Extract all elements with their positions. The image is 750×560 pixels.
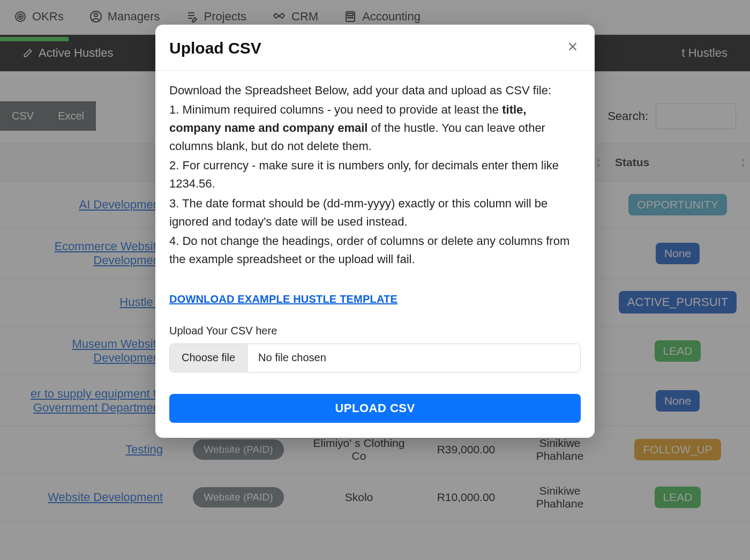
modal-title: Upload CSV [169,39,261,57]
instruction-2: 2. For currency - make sure it is number… [169,156,581,193]
modal-body: Download the Spreadsheet Below, add your… [155,71,595,375]
close-icon[interactable] [565,38,581,58]
download-template-link[interactable]: DOWNLOAD EXAMPLE HUSTLE TEMPLATE [169,291,581,308]
upload-csv-modal: Upload CSV Download the Spreadsheet Belo… [155,25,595,438]
modal-header: Upload CSV [155,25,595,71]
instruction-4: 4. Do not change the headings, order of … [169,232,581,268]
instruction-3: 3. The date format should be (dd-mm-yyyy… [169,195,581,231]
upload-csv-button[interactable]: UPLOAD CSV [169,394,581,423]
choose-file-button[interactable]: Choose file [170,344,248,372]
instructions-intro: Download the Spreadsheet Below, add your… [169,81,581,100]
file-chosen-text: No file chosen [248,344,580,372]
modal-overlay[interactable]: Upload CSV Download the Spreadsheet Belo… [0,0,750,560]
upload-label: Upload Your CSV here [169,323,581,339]
instruction-1: 1. Minimum required columns - you need t… [169,101,581,155]
file-input-row: Choose file No file chosen [169,344,581,372]
text: 1. Minimum required columns - you need t… [169,103,502,116]
